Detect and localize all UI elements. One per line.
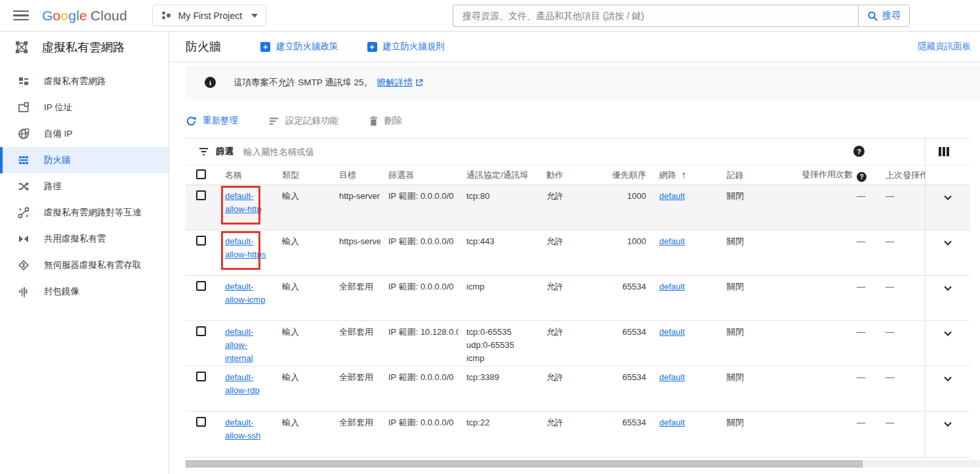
rule-type: 輸入	[274, 276, 331, 321]
horizontal-scrollbar-thumb[interactable]	[186, 460, 863, 467]
sort-ascending-icon: ↑	[682, 169, 686, 180]
rule-target: 全部套用	[331, 276, 380, 321]
rule-name-link[interactable]: default-allow-rdp	[225, 372, 260, 395]
rule-hit-count: —	[794, 185, 874, 230]
main-area: 防火牆 + 建立防火牆政策 + 建立防火牆規則 隱藏資訊面板 i 這項專案不允許…	[170, 32, 980, 474]
network-link[interactable]: default	[659, 327, 685, 337]
hamburger-menu-icon[interactable]	[13, 8, 29, 24]
rule-filters: IP 範圍: 0.0.0.0/0	[380, 185, 459, 230]
hide-info-panel-link[interactable]: 隱藏資訊面板	[918, 41, 971, 53]
page-header: 防火牆 + 建立防火牆政策 + 建立防火牆規則 隱藏資訊面板	[170, 32, 980, 62]
row-checkbox[interactable]	[196, 190, 206, 200]
trash-icon	[369, 116, 378, 127]
network-link[interactable]: default	[659, 372, 685, 382]
vpc-peering-icon	[18, 207, 30, 219]
network-link[interactable]: default	[659, 418, 685, 427]
rule-name-link[interactable]: default-allow-https	[225, 236, 266, 259]
rule-name-link[interactable]: default-allow-ssh	[225, 418, 260, 441]
sidebar-item-firewall[interactable]: 防火牆	[0, 147, 169, 173]
logo-letter: o	[53, 8, 61, 24]
sidebar-title-label: 虛擬私有雲網路	[42, 39, 125, 55]
rule-logs: 關閉	[719, 276, 794, 321]
column-header-filters: 篩選器	[380, 165, 459, 185]
row-checkbox[interactable]	[196, 417, 206, 427]
sidebar-item-label: 防火牆	[44, 154, 71, 166]
rule-last-hit: —	[874, 366, 925, 412]
row-expand-chevron[interactable]	[941, 372, 954, 385]
row-expand-chevron[interactable]	[941, 418, 954, 431]
sidebar-item-vpc-networks[interactable]: 虛擬私有雲網路	[0, 68, 169, 95]
plus-icon: +	[260, 42, 270, 52]
rule-filters: IP 範圍: 0.0.0.0/0	[380, 276, 459, 321]
ip-addresses-icon	[18, 102, 30, 114]
sidebar-item-shared-vpc[interactable]: 共用虛擬私有雲	[0, 226, 169, 252]
rule-name-link[interactable]: default-allow-icmp	[225, 282, 265, 305]
rule-type: 輸入	[274, 412, 331, 457]
search-input[interactable]	[453, 5, 858, 26]
search-button[interactable]: 搜尋	[858, 5, 909, 26]
filter-input[interactable]	[243, 147, 480, 157]
sidebar-item-label: 封包鏡像	[44, 286, 79, 297]
column-header-name: 名稱	[217, 165, 274, 185]
rule-logs: 關閉	[719, 412, 794, 457]
rule-name-link[interactable]: default-allow-http	[225, 191, 262, 214]
rule-target: 全部套用	[331, 366, 380, 412]
project-selector[interactable]: My First Project	[152, 5, 266, 26]
column-display-options-icon[interactable]	[939, 147, 949, 156]
info-icon: i	[205, 77, 216, 88]
learn-more-label: 瞭解詳情	[377, 77, 413, 89]
logo-letter: o	[60, 8, 68, 24]
google-cloud-logo[interactable]: G o o g l e Cloud	[42, 8, 127, 24]
delete-label: 刪除	[384, 115, 402, 127]
project-icon	[161, 10, 172, 21]
external-link-icon	[415, 79, 423, 87]
refresh-icon	[186, 116, 197, 127]
row-checkbox[interactable]	[196, 236, 206, 246]
learn-more-link[interactable]: 瞭解詳情	[377, 77, 423, 89]
network-link[interactable]: default	[659, 282, 685, 291]
sidebar-item-byoip[interactable]: 自備 IP	[0, 121, 169, 147]
rule-action: 允許	[539, 276, 599, 321]
rule-protocols: tcp:443	[459, 230, 539, 276]
create-firewall-policy-button[interactable]: + 建立防火牆政策	[260, 41, 338, 53]
sidebar-item-label: 路徑	[44, 181, 62, 192]
filter-help-icon[interactable]: ?	[853, 146, 865, 157]
row-checkbox[interactable]	[196, 281, 206, 291]
firewall-rules-table-card: 篩選 ?	[186, 138, 970, 458]
row-checkbox[interactable]	[196, 326, 206, 336]
refresh-button[interactable]: 重新整理	[186, 115, 238, 127]
sidebar-item-ip-addresses[interactable]: IP 位址	[0, 95, 169, 121]
gcp-console-page: G o o g l e Cloud My First Project	[0, 0, 980, 474]
row-expand-chevron[interactable]	[941, 191, 954, 204]
rule-filters: IP 範圍: 0.0.0.0/0	[380, 366, 459, 412]
column-header-logs: 記錄	[719, 165, 794, 185]
sidebar-item-routes[interactable]: 路徑	[0, 173, 169, 200]
configure-logs-button[interactable]: 設定記錄功能	[268, 115, 338, 127]
rule-logs: 關閉	[719, 321, 794, 366]
row-expand-chevron[interactable]	[941, 282, 954, 295]
chevron-down-icon	[251, 14, 258, 18]
network-link[interactable]: default	[659, 236, 685, 246]
row-expand-chevron[interactable]	[941, 236, 954, 249]
delete-button[interactable]: 刪除	[369, 115, 402, 127]
rule-action: 允許	[539, 321, 599, 366]
table-row: default-allow-ssh 輸入 全部套用 IP 範圍: 0.0.0.0…	[186, 412, 970, 457]
sidebar-item-vpc-peering[interactable]: 虛擬私有雲網路對等互連	[0, 200, 169, 226]
sidebar-item-packet-mirroring[interactable]: 封包鏡像	[0, 278, 169, 305]
hit-count-header-label: 發揮作用次數	[802, 169, 853, 179]
create-firewall-policy-label: 建立防火牆政策	[276, 41, 338, 53]
filter-button[interactable]: 篩選	[199, 146, 234, 158]
row-checkbox[interactable]	[196, 372, 206, 381]
create-firewall-rule-button[interactable]: + 建立防火牆規則	[367, 41, 445, 53]
select-all-checkbox[interactable]	[196, 169, 206, 179]
network-link[interactable]: default	[659, 191, 685, 201]
sidebar-item-label: 自備 IP	[44, 128, 73, 140]
horizontal-scrollbar[interactable]	[186, 460, 980, 467]
column-header-network[interactable]: 網路↑	[651, 165, 719, 185]
row-expand-chevron[interactable]	[941, 327, 954, 340]
smtp-info-banner: i 這項專案不允許 SMTP 通訊埠 25。瞭解詳情	[186, 66, 980, 99]
hit-count-help-icon[interactable]: ?	[857, 172, 867, 182]
sidebar-item-serverless-vpc-access[interactable]: 無伺服器虛擬私有雲存取	[0, 252, 169, 278]
rule-name-link[interactable]: default-allow-internal	[225, 327, 253, 363]
serverless-vpc-access-icon	[18, 259, 30, 272]
